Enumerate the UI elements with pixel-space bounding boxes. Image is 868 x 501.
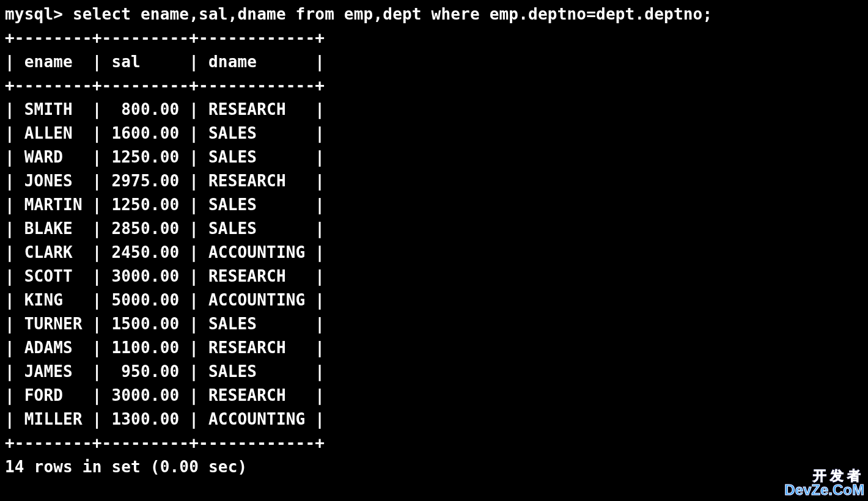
table-row: | SMITH | 800.00 | RESEARCH | (5, 100, 325, 119)
table-border-top: +--------+---------+------------+ (5, 29, 325, 47)
table-row: | MILLER | 1300.00 | ACCOUNTING | (5, 410, 325, 428)
table-border-bottom: +--------+---------+------------+ (5, 434, 325, 452)
table-row: | JAMES | 950.00 | SALES | (5, 362, 325, 381)
result-footer: 14 rows in set (0.00 sec) (5, 458, 247, 476)
table-header-row: | ename | sal | dname | (5, 53, 325, 71)
table-row: | ALLEN | 1600.00 | SALES | (5, 124, 325, 142)
table-row: | JONES | 2975.00 | RESEARCH | (5, 172, 325, 190)
table-row: | BLAKE | 2850.00 | SALES | (5, 219, 325, 238)
table-row: | SCOTT | 3000.00 | RESEARCH | (5, 267, 325, 285)
table-row: | CLARK | 2450.00 | ACCOUNTING | (5, 243, 325, 261)
table-row: | MARTIN | 1250.00 | SALES | (5, 196, 325, 214)
watermark-line1: 开发者 (784, 469, 864, 483)
table-row: | ADAMS | 1100.00 | RESEARCH | (5, 338, 325, 357)
table-border-mid: +--------+---------+------------+ (5, 76, 325, 95)
mysql-terminal-output: mysql> select ename,sal,dname from emp,d… (0, 0, 868, 481)
watermark: 开发者 DevZe.CoM (784, 469, 864, 497)
table-row: | FORD | 3000.00 | RESEARCH | (5, 386, 325, 404)
table-row: | WARD | 1250.00 | SALES | (5, 148, 325, 166)
table-row: | KING | 5000.00 | ACCOUNTING | (5, 291, 325, 309)
watermark-line2: DevZe.CoM (784, 483, 864, 497)
mysql-prompt: mysql> select ename,sal,dname from emp,d… (5, 5, 712, 23)
table-row: | TURNER | 1500.00 | SALES | (5, 315, 325, 333)
